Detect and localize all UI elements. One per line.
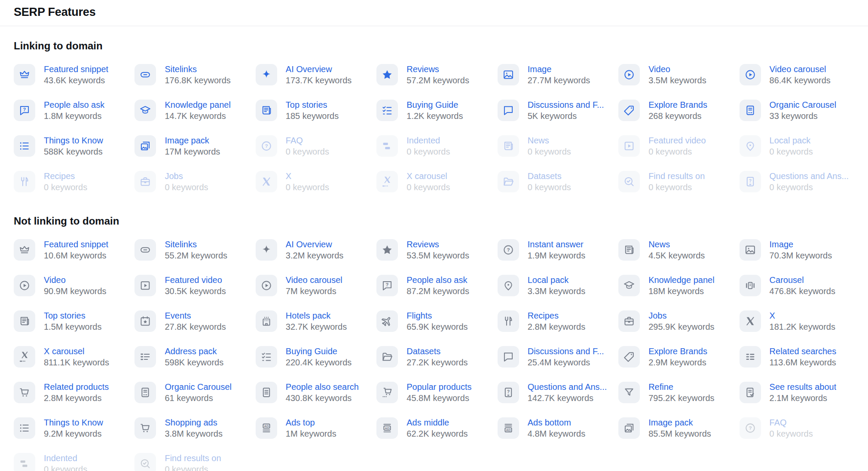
feature-label[interactable]: Image pack bbox=[165, 135, 220, 146]
feature-label[interactable]: X bbox=[770, 310, 835, 321]
feature-see-results-about[interactable]: See results about2.1M keywords bbox=[740, 381, 854, 404]
feature-label[interactable]: Image pack bbox=[648, 417, 711, 428]
feature-top-stories[interactable]: Top stories185 keywords bbox=[256, 99, 370, 122]
feature-people-also-ask[interactable]: ?People also ask1.8M keywords bbox=[14, 99, 128, 122]
feature-things-to-know[interactable]: Things to Know9.2M keywords bbox=[14, 417, 128, 439]
feature-label[interactable]: Reviews bbox=[406, 64, 469, 75]
feature-organic-carousel[interactable]: Organic Carousel33 keywords bbox=[740, 99, 854, 122]
feature-questions-and-ans[interactable]: ?Questions and Ans...142.7K keywords bbox=[498, 381, 612, 404]
feature-image[interactable]: Image70.3M keywords bbox=[740, 239, 854, 261]
feature-ads-top[interactable]: ADAds top1M keywords bbox=[256, 417, 370, 439]
feature-label[interactable]: AI Overview bbox=[286, 239, 344, 250]
feature-label[interactable]: Buying Guide bbox=[286, 346, 351, 357]
feature-label[interactable]: See results about bbox=[770, 381, 837, 392]
feature-jobs[interactable]: Jobs295.9K keywords bbox=[618, 310, 733, 332]
feature-carousel[interactable]: Carousel476.8K keywords bbox=[740, 274, 854, 297]
feature-label[interactable]: Instant answer bbox=[528, 239, 586, 250]
feature-label[interactable]: Things to Know bbox=[44, 135, 103, 146]
feature-label[interactable]: Video carousel bbox=[770, 64, 831, 75]
feature-buying-guide[interactable]: Buying Guide220.4K keywords bbox=[256, 346, 370, 368]
feature-label[interactable]: Knowledge panel bbox=[648, 274, 714, 286]
feature-news[interactable]: News4.5K keywords bbox=[618, 239, 733, 261]
feature-label[interactable]: Jobs bbox=[648, 310, 714, 321]
feature-label[interactable]: Ads top bbox=[286, 417, 336, 428]
feature-image[interactable]: Image27.7M keywords bbox=[498, 64, 612, 86]
feature-label[interactable]: Shopping ads bbox=[165, 417, 223, 428]
feature-explore-brands[interactable]: Explore Brands268 keywords bbox=[618, 99, 733, 122]
feature-label[interactable]: Knowledge panel bbox=[165, 99, 230, 110]
feature-video-carousel[interactable]: Video carousel86.4K keywords bbox=[740, 64, 854, 86]
feature-label[interactable]: Video bbox=[648, 64, 706, 75]
feature-label[interactable]: Related products bbox=[44, 381, 109, 392]
feature-label[interactable]: Questions and Ans... bbox=[528, 381, 607, 392]
feature-label[interactable]: News bbox=[648, 239, 705, 250]
feature-discussions-and-f[interactable]: Discussions and F...5K keywords bbox=[498, 99, 612, 122]
feature-x-carousel[interactable]: X carousel811.1K keywords bbox=[14, 346, 128, 368]
feature-label[interactable]: Flights bbox=[406, 310, 468, 321]
feature-discussions-and-f[interactable]: Discussions and F...25.4M keywords bbox=[498, 346, 612, 368]
feature-local-pack[interactable]: Local pack3.3M keywords bbox=[498, 274, 612, 297]
feature-label[interactable]: Organic Carousel bbox=[165, 381, 232, 392]
feature-shopping-ads[interactable]: Shopping ads3.8M keywords bbox=[134, 417, 249, 439]
feature-label[interactable]: Video carousel bbox=[286, 274, 342, 286]
feature-recipes[interactable]: Recipes2.8M keywords bbox=[498, 310, 612, 332]
feature-label[interactable]: Things to Know bbox=[44, 417, 103, 428]
feature-events[interactable]: Events27.8K keywords bbox=[134, 310, 249, 332]
feature-image-pack[interactable]: Image pack17M keywords bbox=[134, 135, 249, 157]
feature-sitelinks[interactable]: Sitelinks176.8K keywords bbox=[134, 64, 249, 86]
feature-organic-carousel[interactable]: Organic Carousel61 keywords bbox=[134, 381, 249, 404]
feature-label[interactable]: Refine bbox=[648, 381, 714, 392]
feature-video[interactable]: Video90.9M keywords bbox=[14, 274, 128, 297]
feature-label[interactable]: Sitelinks bbox=[165, 239, 227, 250]
feature-related-products[interactable]: Related products2.8M keywords bbox=[14, 381, 128, 404]
feature-label[interactable]: Discussions and F... bbox=[528, 99, 604, 110]
feature-label[interactable]: Top stories bbox=[44, 310, 102, 321]
feature-featured-video[interactable]: Featured video30.5K keywords bbox=[134, 274, 249, 297]
feature-label[interactable]: Related searches bbox=[770, 346, 837, 357]
feature-label[interactable]: Explore Brands bbox=[648, 99, 707, 110]
feature-instant-answer[interactable]: ?Instant answer1.9M keywords bbox=[498, 239, 612, 261]
feature-video[interactable]: Video3.5M keywords bbox=[618, 64, 733, 86]
feature-label[interactable]: Address pack bbox=[165, 346, 223, 357]
feature-flights[interactable]: Flights65.9K keywords bbox=[376, 310, 491, 332]
feature-label[interactable]: Explore Brands bbox=[648, 346, 707, 357]
feature-things-to-know[interactable]: Things to Know588K keywords bbox=[14, 135, 128, 157]
feature-label[interactable]: Local pack bbox=[528, 274, 586, 286]
feature-label[interactable]: Datasets bbox=[406, 346, 468, 357]
feature-label[interactable]: Sitelinks bbox=[165, 64, 230, 75]
feature-ai-overview[interactable]: AI Overview3.2M keywords bbox=[256, 239, 370, 261]
feature-label[interactable]: People also ask bbox=[406, 274, 469, 286]
feature-label[interactable]: Hotels pack bbox=[286, 310, 347, 321]
feature-video-carousel[interactable]: Video carousel7M keywords bbox=[256, 274, 370, 297]
feature-label[interactable]: Top stories bbox=[286, 99, 339, 110]
feature-label[interactable]: Discussions and F... bbox=[528, 346, 604, 357]
feature-label[interactable]: Ads middle bbox=[406, 417, 468, 428]
feature-buying-guide[interactable]: Buying Guide1.2K keywords bbox=[376, 99, 491, 122]
feature-featured-snippet[interactable]: Featured snippet10.6M keywords bbox=[14, 239, 128, 261]
feature-knowledge-panel[interactable]: Knowledge panel18M keywords bbox=[618, 274, 733, 297]
feature-label[interactable]: People also ask bbox=[44, 99, 104, 110]
feature-label[interactable]: Featured snippet bbox=[44, 239, 108, 250]
feature-label[interactable]: X carousel bbox=[44, 346, 109, 357]
feature-image-pack[interactable]: Image pack85.5M keywords bbox=[618, 417, 733, 439]
feature-people-also-ask[interactable]: ?People also ask87.2M keywords bbox=[376, 274, 491, 297]
feature-label[interactable]: Carousel bbox=[770, 274, 835, 286]
feature-reviews[interactable]: Reviews57.2M keywords bbox=[376, 64, 491, 86]
feature-hotels-pack[interactable]: Hotels pack32.7K keywords bbox=[256, 310, 370, 332]
feature-label[interactable]: AI Overview bbox=[286, 64, 351, 75]
feature-label[interactable]: Featured snippet bbox=[44, 64, 108, 75]
feature-label[interactable]: Ads bottom bbox=[528, 417, 586, 428]
feature-ai-overview[interactable]: AI Overview173.7K keywords bbox=[256, 64, 370, 86]
feature-datasets[interactable]: Datasets27.2K keywords bbox=[376, 346, 491, 368]
feature-label[interactable]: Recipes bbox=[528, 310, 586, 321]
feature-label[interactable]: People also search bbox=[286, 381, 359, 392]
feature-ads-bottom[interactable]: ADAds bottom4.8M keywords bbox=[498, 417, 612, 439]
feature-label[interactable]: Reviews bbox=[406, 239, 469, 250]
feature-explore-brands[interactable]: Explore Brands2.9M keywords bbox=[618, 346, 733, 368]
feature-label[interactable]: Organic Carousel bbox=[770, 99, 837, 110]
feature-top-stories[interactable]: Top stories1.5M keywords bbox=[14, 310, 128, 332]
feature-label[interactable]: Events bbox=[165, 310, 226, 321]
feature-label[interactable]: Buying Guide bbox=[406, 99, 463, 110]
feature-address-pack[interactable]: Address pack598K keywords bbox=[134, 346, 249, 368]
feature-sitelinks[interactable]: Sitelinks55.2M keywords bbox=[134, 239, 249, 261]
